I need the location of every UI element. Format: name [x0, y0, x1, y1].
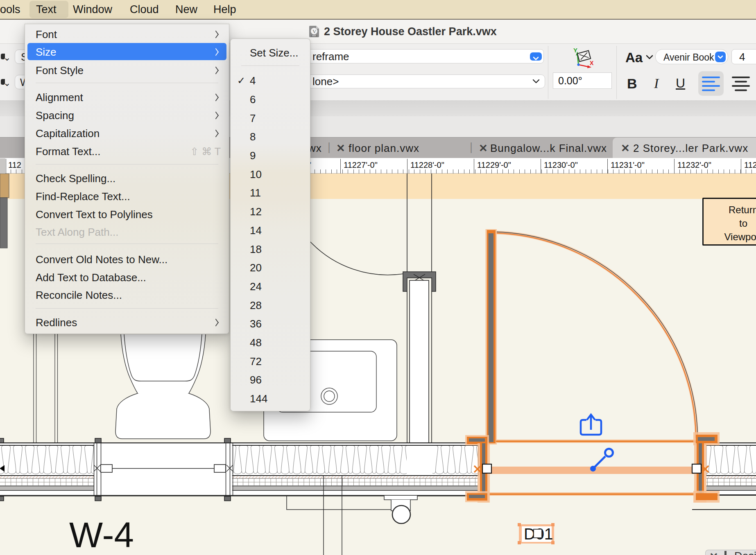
svg-text:X: X: [590, 60, 594, 66]
svg-text:VWX: VWX: [312, 35, 316, 37]
svg-text:Y: Y: [573, 47, 577, 54]
svg-text:W-4: W-4: [69, 515, 134, 555]
svg-text:V: V: [312, 28, 317, 34]
